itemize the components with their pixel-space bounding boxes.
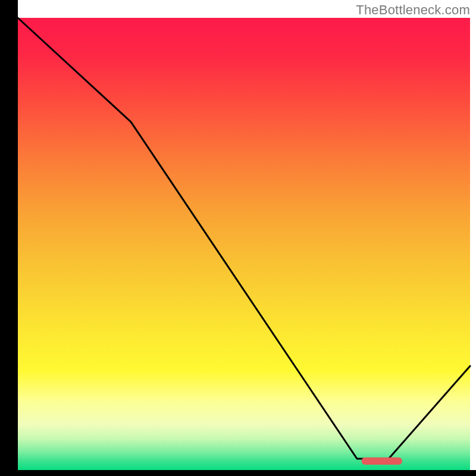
- chart-container: TheBottleneck.com: [0, 0, 476, 476]
- optimal-range-marker: [362, 458, 402, 465]
- attribution-label: TheBottleneck.com: [356, 2, 470, 18]
- bottleneck-chart: [0, 0, 476, 476]
- plot-background: [18, 18, 470, 470]
- axis-bottom: [0, 470, 476, 476]
- axis-left: [0, 0, 18, 476]
